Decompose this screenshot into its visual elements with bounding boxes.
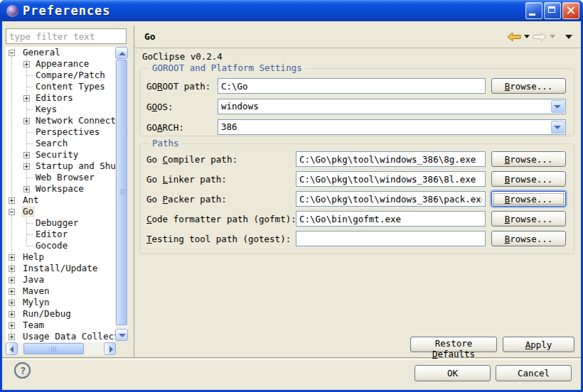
testing-tool-path-browse-button[interactable]: Browse... [491, 231, 566, 246]
tree-item-label[interactable]: Debugger [34, 217, 80, 229]
tree-item-keys[interactable]: Keys [6, 104, 115, 115]
tree-item-label[interactable]: Web Browser [34, 172, 96, 183]
expand-icon[interactable] [23, 186, 30, 192]
tree-item-label[interactable]: Editor [34, 229, 69, 240]
tree-item-label[interactable]: Help [21, 251, 46, 263]
tree-item-label[interactable]: Maven [21, 285, 51, 297]
cancel-button[interactable]: Cancel [496, 365, 572, 381]
expand-icon[interactable] [9, 197, 15, 204]
tree-item-editor[interactable]: Editor [6, 229, 115, 240]
tree-item-label[interactable]: Keys [34, 104, 58, 115]
expand-icon[interactable] [23, 95, 30, 102]
tree-item-label[interactable]: Security [34, 149, 80, 160]
tree-item-help[interactable]: Help [6, 251, 115, 263]
tree-item-label[interactable]: Content Types [34, 81, 107, 92]
tree-item-label[interactable]: Mylyn [21, 297, 51, 308]
tree-item-label[interactable]: Search [34, 138, 69, 149]
expand-icon[interactable] [23, 61, 30, 67]
expand-icon[interactable] [9, 288, 15, 295]
tree-item-go[interactable]: Go [6, 206, 115, 217]
tree-item-label[interactable]: Run/Debug [21, 308, 73, 320]
tree-item-ant[interactable]: Ant [6, 195, 115, 206]
tree-item-maven[interactable]: Maven [6, 285, 115, 297]
tree-item-workspace[interactable]: Workspace [6, 183, 115, 195]
tree-item-label[interactable]: Java [21, 274, 46, 285]
goos-combo[interactable]: windows [218, 99, 566, 114]
expand-icon[interactable] [9, 322, 15, 329]
expand-icon[interactable] [23, 152, 30, 158]
tree-item-label[interactable]: Startup and Shu [34, 160, 115, 172]
tree-item-label[interactable]: General [21, 47, 62, 58]
code-formatter-path-input[interactable] [296, 211, 486, 227]
tree-item-appearance[interactable]: Appearance [6, 58, 115, 70]
expand-icon[interactable] [9, 334, 15, 340]
maximize-button[interactable] [544, 2, 561, 19]
tree-item-compare-patch[interactable]: Compare/Patch [6, 70, 115, 81]
tree-item-usage-data-collect[interactable]: Usage Data Collect [6, 331, 115, 342]
scroll-up-button[interactable] [115, 47, 128, 59]
tree-vertical-scrollbar[interactable] [115, 47, 128, 341]
goarch-combo[interactable]: 386 [218, 119, 566, 135]
tree-item-general[interactable]: General [6, 47, 115, 58]
tree-item-label[interactable]: Usage Data Collect [21, 331, 115, 342]
tree-item-install-update[interactable]: Install/Update [6, 263, 115, 274]
expand-icon[interactable] [9, 311, 15, 317]
expand-icon[interactable] [9, 300, 15, 306]
tree-item-mylyn[interactable]: Mylyn [6, 297, 115, 308]
go-packer-path-input[interactable] [296, 191, 486, 207]
tree-item-gocode[interactable]: Gocode [6, 240, 115, 251]
help-button[interactable]: ? [14, 362, 31, 379]
tree-item-label[interactable]: Network Connect [34, 115, 115, 126]
code-formatter-path-browse-button[interactable]: Browse... [491, 211, 566, 227]
tree-item-run-debug[interactable]: Run/Debug [6, 308, 115, 320]
tree-item-web-browser[interactable]: Web Browser [6, 172, 115, 183]
tree-item-search[interactable]: Search [6, 138, 115, 149]
minimize-button[interactable] [525, 2, 542, 19]
go-packer-path-browse-button[interactable]: Browse... [491, 191, 566, 207]
expand-icon[interactable] [9, 277, 15, 283]
back-history-dropdown-icon[interactable] [524, 35, 530, 38]
tree-item-perspectives[interactable]: Perspectives [6, 126, 115, 138]
tree-item-editors[interactable]: Editors [6, 92, 115, 104]
tree-item-label[interactable]: Perspectives [34, 126, 101, 138]
title-bar[interactable]: Preferences [0, 0, 583, 21]
goroot-path-browse-button[interactable]: Browse... [491, 78, 566, 94]
tree-item-label[interactable]: Appearance [34, 58, 90, 70]
tree-item-label[interactable]: Editors [34, 92, 75, 104]
tree-item-content-types[interactable]: Content Types [6, 81, 115, 92]
expand-icon[interactable] [23, 118, 30, 124]
tree-item-label[interactable]: Workspace [34, 183, 85, 195]
goroot-path-input[interactable] [218, 78, 486, 94]
go-linker-path-browse-button[interactable]: Browse... [491, 171, 566, 187]
go-compiler-path-browse-button[interactable]: Browse... [491, 151, 566, 167]
scroll-down-button[interactable] [115, 329, 128, 341]
tree-item-debugger[interactable]: Debugger [6, 217, 115, 229]
expand-icon[interactable] [23, 163, 30, 170]
apply-button[interactable]: Apply [503, 337, 574, 352]
dropdown-button[interactable] [551, 100, 565, 113]
preferences-tree[interactable]: GeneralAppearanceCompare/PatchContent Ty… [6, 47, 115, 342]
expand-icon[interactable] [9, 266, 15, 272]
filter-input[interactable] [6, 28, 127, 44]
restore-defaults-button[interactable]: Restore Defaults [410, 337, 497, 352]
tree-item-label[interactable]: Compare/Patch [34, 70, 107, 81]
vertical-scroll-thumb[interactable] [116, 60, 127, 325]
dropdown-button[interactable] [551, 121, 565, 134]
scroll-right-button[interactable] [104, 342, 116, 355]
close-button[interactable] [562, 2, 579, 19]
tree-item-security[interactable]: Security [6, 149, 115, 160]
horizontal-scroll-thumb[interactable] [23, 343, 84, 354]
back-icon[interactable] [507, 32, 521, 42]
tree-item-startup-and-shu[interactable]: Startup and Shu [6, 160, 115, 172]
view-menu-icon[interactable] [565, 35, 572, 39]
tree-item-label[interactable]: Go [21, 206, 35, 217]
ok-button[interactable]: OK [414, 365, 491, 381]
testing-tool-path-input[interactable] [296, 231, 486, 246]
collapse-icon[interactable] [9, 50, 15, 56]
forward-history-dropdown-icon[interactable] [550, 35, 555, 38]
scroll-left-button[interactable] [6, 342, 18, 355]
tree-item-label[interactable]: Install/Update [21, 263, 99, 274]
tree-horizontal-scrollbar[interactable] [6, 342, 116, 355]
tree-item-label[interactable]: Gocode [34, 240, 69, 251]
collapse-icon[interactable] [9, 209, 15, 215]
